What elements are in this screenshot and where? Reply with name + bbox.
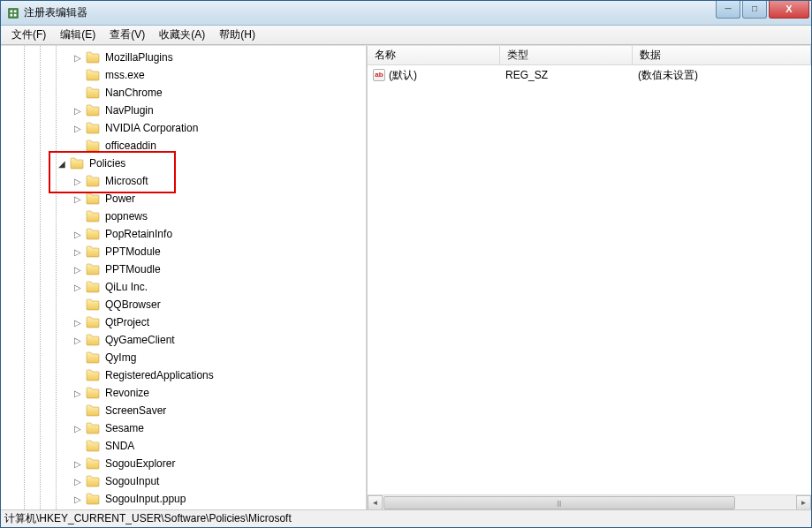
folder-icon (86, 51, 100, 64)
tree-item-label: NVIDIA Corporation (103, 121, 200, 135)
tree-item-label: Sesame (103, 421, 146, 435)
expand-icon[interactable]: ▷ (72, 51, 84, 64)
expand-icon[interactable]: ▷ (72, 316, 84, 328)
svg-rect-0 (9, 8, 19, 18)
value-type-cell: REG_SZ (500, 69, 633, 81)
registry-editor-window: 注册表编辑器 ─ □ X 文件(F) 编辑(E) 查看(V) 收藏夹(A) 帮助… (0, 0, 812, 528)
status-path: 计算机\HKEY_CURRENT_USER\Software\Policies\… (4, 511, 292, 526)
folder-icon (86, 245, 100, 258)
folder-icon (86, 475, 100, 487)
folder-icon (86, 192, 100, 205)
tree-item-label: MozillaPlugins (103, 50, 175, 64)
tree-item-label: Power (103, 192, 137, 206)
scroll-right-button[interactable]: ► (796, 495, 811, 510)
tree-item-label: SogouInput.ppup (103, 492, 187, 506)
svg-rect-3 (11, 13, 13, 16)
svg-rect-2 (14, 10, 17, 12)
app-icon (6, 6, 20, 20)
expand-icon[interactable]: ▷ (72, 493, 84, 505)
scroll-left-button[interactable]: ◄ (368, 495, 383, 510)
tree-item-label: Microsoft (103, 174, 150, 188)
tree-item-label: SogouInput (103, 474, 161, 488)
expand-icon[interactable]: ▷ (72, 281, 84, 293)
expand-icon[interactable]: ▷ (72, 245, 84, 258)
value-row[interactable]: ab(默认)REG_SZ(数值未设置) (368, 67, 811, 83)
expand-icon[interactable]: ▷ (72, 457, 84, 470)
scroll-thumb[interactable]: ||| (383, 496, 735, 509)
expand-icon[interactable]: ▷ (72, 334, 84, 346)
tree-item-label: mss.exe (103, 68, 147, 82)
horizontal-scrollbar[interactable]: ◄ ||| ► (368, 494, 811, 509)
tree-item-label: Policies (87, 156, 127, 170)
tree-item-label: Revonize (103, 386, 151, 400)
menu-file[interactable]: 文件(F) (4, 25, 53, 45)
column-type[interactable]: 类型 (500, 46, 633, 64)
content-area: ▷MozillaPlugins▷mss.exe▷NanChrome▷NavPlu… (1, 45, 811, 509)
string-value-icon: ab (373, 69, 385, 81)
folder-icon (86, 493, 100, 505)
folder-icon (86, 334, 100, 346)
column-data[interactable]: 数据 (633, 46, 811, 64)
menu-edit[interactable]: 编辑(E) (53, 25, 102, 45)
tree-item-label: NavPlugin (103, 103, 156, 117)
folder-icon (86, 298, 100, 311)
folder-icon (86, 369, 100, 381)
folder-icon (86, 122, 100, 134)
tree-item-label: officeaddin (103, 139, 158, 153)
folder-icon (86, 457, 100, 470)
window-title: 注册表编辑器 (24, 5, 714, 20)
menu-bar: 文件(F) 编辑(E) 查看(V) 收藏夹(A) 帮助(H) (1, 26, 811, 45)
collapse-icon[interactable]: ◢ (56, 157, 68, 170)
column-headers: 名称 类型 数据 (368, 46, 811, 65)
value-name-cell: ab(默认) (368, 68, 500, 83)
menu-help[interactable]: 帮助(H) (212, 25, 262, 45)
value-panel: 名称 类型 数据 ab(默认)REG_SZ(数值未设置) ◄ ||| ► (368, 46, 811, 509)
menu-favorites[interactable]: 收藏夹(A) (152, 25, 212, 45)
value-data-cell: (数值未设置) (633, 68, 811, 83)
tree-item-label: popnews (103, 209, 149, 223)
maximize-button[interactable]: □ (742, 1, 767, 19)
expand-icon[interactable]: ▷ (72, 422, 84, 434)
tree-item-label: PPTModule (103, 245, 163, 259)
folder-icon (86, 87, 100, 99)
registry-tree-panel[interactable]: ▷MozillaPlugins▷mss.exe▷NanChrome▷NavPlu… (1, 46, 368, 509)
svg-rect-4 (14, 13, 17, 16)
minimize-button[interactable]: ─ (716, 1, 740, 19)
folder-icon (86, 387, 100, 399)
scroll-track[interactable]: ||| (383, 495, 796, 510)
folder-icon (86, 263, 100, 275)
title-bar[interactable]: 注册表编辑器 ─ □ X (1, 1, 811, 26)
tree-item-label: QyImg (103, 351, 138, 365)
folder-icon (86, 281, 100, 293)
expand-icon[interactable]: ▷ (72, 192, 84, 205)
tree-item-label: PPTMoudle (103, 262, 163, 276)
window-controls: ─ □ X (714, 1, 809, 19)
folder-icon (86, 351, 100, 364)
folder-icon (86, 104, 100, 117)
folder-icon (86, 316, 100, 328)
tree-item-label: RegisteredApplications (103, 368, 216, 382)
folder-icon (86, 440, 100, 452)
tree-item-label: QiLu Inc. (103, 280, 149, 294)
folder-icon (70, 157, 84, 170)
close-button[interactable]: X (769, 1, 809, 19)
svg-rect-1 (11, 10, 13, 12)
value-list[interactable]: ab(默认)REG_SZ(数值未设置) (368, 65, 811, 494)
expand-icon[interactable]: ▷ (72, 175, 84, 187)
expand-icon[interactable]: ▷ (72, 104, 84, 117)
expand-icon[interactable]: ▷ (72, 475, 84, 487)
tree-item-label: QyGameClient (103, 333, 177, 347)
tree-item-label: QQBrowser (103, 298, 163, 312)
expand-icon[interactable]: ▷ (72, 263, 84, 275)
folder-icon (86, 228, 100, 240)
tree-item-label: SNDA (103, 439, 136, 453)
expand-icon[interactable]: ▷ (72, 387, 84, 399)
menu-view[interactable]: 查看(V) (102, 25, 152, 45)
tree-item-label: ScreenSaver (103, 404, 168, 418)
column-name[interactable]: 名称 (368, 46, 500, 64)
folder-icon (86, 175, 100, 187)
tree-item-label: NanChrome (103, 86, 164, 100)
expand-icon[interactable]: ▷ (72, 122, 84, 134)
expand-icon[interactable]: ▷ (72, 228, 84, 240)
tree-item-label: PopRetainInfo (103, 227, 174, 241)
